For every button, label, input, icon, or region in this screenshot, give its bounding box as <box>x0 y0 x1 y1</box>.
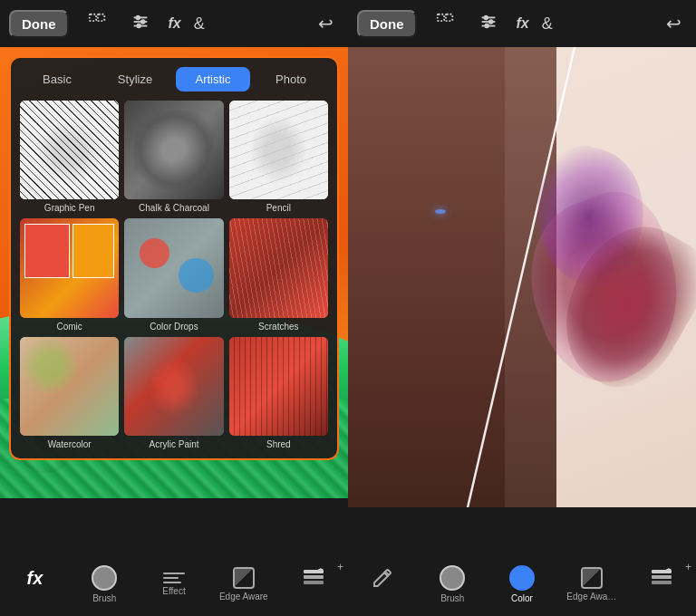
filter-tabs: Basic Stylize Artistic Photo <box>20 67 328 91</box>
filter-label-scratches: Scratches <box>258 322 298 332</box>
thumb-comic <box>20 218 119 317</box>
right-brush-label: Brush <box>440 593 464 603</box>
filter-pencil[interactable]: Pencil <box>229 101 328 213</box>
layers-icon: + <box>302 568 325 588</box>
color-icon <box>509 565 535 591</box>
svg-rect-8 <box>304 581 324 584</box>
left-panel: Done fx & ↩ Basic Stylize Artistic Photo <box>0 0 348 616</box>
thumb-chalk-charcoal <box>124 101 223 199</box>
brush-icon <box>92 565 117 591</box>
filter-label-pencil: Pencil <box>266 203 291 213</box>
tab-artistic[interactable]: Artistic <box>176 67 250 91</box>
bottom-layers[interactable]: + <box>288 568 338 601</box>
edge-aware-icon <box>233 567 255 589</box>
bottom-shadow <box>0 498 348 553</box>
filter-label-acrylic: Acrylic Paint <box>149 439 198 449</box>
color-label: Color <box>511 593 533 603</box>
right-edge-label: Edge Awa… <box>566 592 616 602</box>
svg-point-18 <box>488 20 492 24</box>
right-bottom-bar: Brush Color Edge Awa… + <box>348 553 696 616</box>
right-adjust-icon[interactable] <box>473 8 504 40</box>
filter-scratches[interactable]: Scratches <box>229 218 328 331</box>
left-toolbar: Done fx & ↩ <box>0 0 348 47</box>
bottom-fx[interactable]: fx <box>10 568 60 601</box>
selection-icon[interactable] <box>82 8 112 40</box>
svg-point-19 <box>485 24 488 27</box>
right-bottom-color[interactable]: Color <box>497 565 546 603</box>
ampersand-icon[interactable]: & <box>194 14 205 34</box>
eye-blue-highlight <box>435 209 446 214</box>
fx-bottom-icon: fx <box>26 568 43 589</box>
bottom-edge-aware[interactable]: Edge Aware <box>218 567 268 602</box>
thumb-graphic-pen <box>20 101 119 199</box>
filter-chalk-charcoal[interactable]: Chalk & Charcoal <box>124 101 223 213</box>
bottom-brush[interactable]: Brush <box>80 565 130 603</box>
filter-grid: Graphic Pen Chalk & Charcoal <box>20 101 328 449</box>
left-done-button[interactable]: Done <box>9 10 69 38</box>
svg-text:+: + <box>666 568 672 574</box>
svg-point-7 <box>137 24 140 27</box>
face-dark-overlay <box>348 47 556 553</box>
svg-rect-22 <box>652 575 672 579</box>
svg-rect-12 <box>437 14 443 20</box>
fx-icon[interactable]: fx <box>169 15 181 32</box>
right-panel: Done fx & ↩ <box>348 0 696 616</box>
tab-stylize[interactable]: Stylize <box>98 67 172 91</box>
filter-label-graphic-pen: Graphic Pen <box>44 203 95 213</box>
edge-aware-label: Edge Aware <box>219 592 268 602</box>
filter-panel: Basic Stylize Artistic Photo Graphic Pen <box>9 56 339 460</box>
thumb-watercolor <box>20 337 119 436</box>
right-fx-icon[interactable]: fx <box>517 15 529 32</box>
filter-label-comic: Comic <box>56 322 82 332</box>
svg-rect-9 <box>304 575 324 579</box>
tab-photo[interactable]: Photo <box>254 67 328 91</box>
filter-acrylic[interactable]: Acrylic Paint <box>124 337 223 449</box>
svg-point-5 <box>136 15 140 19</box>
svg-point-17 <box>484 15 488 19</box>
filter-label-watercolor: Watercolor <box>48 439 92 449</box>
filter-color-drops[interactable]: Color Drops <box>124 218 223 331</box>
paint-brush-icon <box>372 567 393 589</box>
filter-label-chalk: Chalk & Charcoal <box>139 203 209 213</box>
tab-basic[interactable]: Basic <box>20 67 94 91</box>
svg-rect-1 <box>97 14 103 20</box>
right-bottom-layers[interactable]: + <box>636 568 686 601</box>
filter-watercolor[interactable]: Watercolor <box>20 337 119 449</box>
right-edge-icon <box>581 567 603 589</box>
thumb-acrylic <box>124 337 223 436</box>
right-brush-paint-label <box>382 592 384 602</box>
right-bottom-shadow <box>348 507 696 553</box>
filter-graphic-pen[interactable]: Graphic Pen <box>20 101 119 213</box>
adjust-icon[interactable] <box>125 8 156 40</box>
right-selection-icon[interactable] <box>430 8 460 40</box>
filter-comic[interactable]: Comic <box>20 218 119 331</box>
right-bottom-brush[interactable]: Brush <box>428 565 478 603</box>
thumb-scratches <box>229 218 328 317</box>
thumb-color-drops <box>124 218 223 317</box>
right-bottom-edge[interactable]: Edge Awa… <box>566 567 616 602</box>
right-toolbar: Done fx & ↩ <box>348 0 696 47</box>
right-bottom-brush-paint[interactable] <box>358 567 408 602</box>
filter-shred[interactable]: Shred <box>229 337 328 449</box>
svg-rect-0 <box>89 14 95 20</box>
right-done-button[interactable]: Done <box>357 10 417 38</box>
brush-label: Brush <box>92 593 116 603</box>
effect-label: Effect <box>162 586 185 596</box>
undo-icon[interactable]: ↩ <box>313 9 339 38</box>
right-brush-icon <box>440 565 465 591</box>
effect-icon <box>163 573 185 583</box>
right-layers-label <box>660 591 662 601</box>
right-ampersand-icon[interactable]: & <box>542 14 553 34</box>
right-undo-icon[interactable]: ↩ <box>661 9 687 38</box>
svg-text:+: + <box>318 568 324 574</box>
left-canvas[interactable]: Basic Stylize Artistic Photo Graphic Pen <box>0 47 348 553</box>
svg-point-6 <box>140 20 144 24</box>
thumb-pencil <box>229 101 328 199</box>
right-canvas[interactable] <box>348 47 696 553</box>
filter-label-shred: Shred <box>266 439 291 449</box>
svg-rect-21 <box>652 581 672 584</box>
right-layers-icon: + <box>650 568 673 588</box>
left-bottom-bar: fx Brush Effect Edge Aware <box>0 553 348 616</box>
fx-bottom-label <box>34 592 36 601</box>
bottom-effect[interactable]: Effect <box>149 573 198 596</box>
